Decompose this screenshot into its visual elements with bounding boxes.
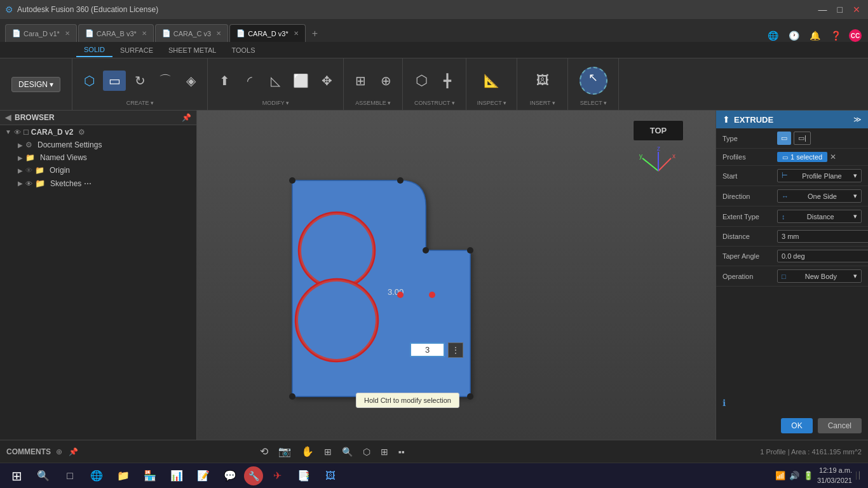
- info-icon[interactable]: ℹ: [722, 398, 726, 408]
- profiles-clear-btn[interactable]: ✕: [830, 152, 836, 161]
- tab-close[interactable]: ✕: [142, 30, 147, 37]
- clock-icon[interactable]: 🕐: [786, 29, 802, 42]
- maximize-btn[interactable]: □: [835, 4, 845, 15]
- comments-pin-btn[interactable]: 📌: [69, 447, 78, 456]
- modify-chamfer-btn[interactable]: ◺: [264, 71, 287, 91]
- tab-cara-d-v1[interactable]: 📄 Cara_D v1* ✕: [5, 24, 77, 42]
- cancel-button[interactable]: Cancel: [818, 418, 862, 433]
- orbit-icon[interactable]: ⟲: [257, 444, 271, 459]
- zoom-fit-icon[interactable]: ⊞: [322, 445, 334, 458]
- construct-group-label[interactable]: CONSTRUCT ▾: [414, 100, 455, 107]
- zoom-window-icon[interactable]: 🔍: [339, 445, 355, 458]
- inspect-measure-btn[interactable]: 📐: [480, 71, 503, 91]
- start-button[interactable]: ⊞: [4, 466, 29, 486]
- grid-icon[interactable]: ⊞: [378, 445, 391, 458]
- named-views-expand[interactable]: ▶: [18, 154, 23, 161]
- tab-cara-b-v3[interactable]: 📄 CARA_B v3* ✕: [78, 24, 154, 42]
- taskbar-battery-icon[interactable]: 🔋: [803, 471, 813, 480]
- photos-btn[interactable]: 🖼: [318, 466, 343, 486]
- start-dropdown[interactable]: ⊢ Profile Plane ▾: [777, 169, 862, 182]
- construct-axis-btn[interactable]: ╋: [436, 71, 459, 91]
- assemble-group-label[interactable]: ASSEMBLE ▾: [355, 100, 391, 107]
- browser-root-item[interactable]: ▼ 👁 □ CARA_D v2 ⚙: [0, 125, 196, 139]
- inspect-group-label[interactable]: INSPECT ▾: [477, 100, 506, 107]
- tab-add-btn[interactable]: +: [307, 25, 323, 42]
- tab-close[interactable]: ✕: [65, 30, 70, 37]
- create-new-component-btn[interactable]: ⬡: [78, 71, 100, 91]
- modify-shell-btn[interactable]: ⬜: [289, 71, 313, 91]
- insert-group-label[interactable]: INSERT ▾: [530, 100, 555, 107]
- taskbar-datetime[interactable]: 12:19 a.m. 31/03/2021: [817, 466, 852, 485]
- close-btn[interactable]: ✕: [850, 4, 863, 15]
- modify-move-btn[interactable]: ✥: [315, 71, 338, 91]
- distance-input[interactable]: [777, 230, 868, 243]
- construct-offset-plane-btn[interactable]: ⬡: [410, 70, 433, 92]
- doc-settings-expand[interactable]: ▶: [18, 142, 23, 149]
- camera-icon[interactable]: 📷: [276, 444, 294, 459]
- fusion-btn[interactable]: 🔧: [244, 466, 263, 485]
- assemble-joint-btn[interactable]: ⊞: [349, 71, 372, 91]
- modify-group-label[interactable]: MODIFY ▾: [262, 100, 289, 107]
- create-sweep-btn[interactable]: ⌒: [154, 69, 177, 92]
- extent-type-dropdown[interactable]: ↕ Distance ▾: [777, 210, 862, 223]
- origin-vis-icon[interactable]: 👁: [25, 166, 32, 174]
- modify-fillet-btn[interactable]: ◜: [238, 71, 261, 91]
- browser-sketches[interactable]: ▶ 👁 📁 Sketches ⋯: [0, 177, 196, 190]
- tab-close[interactable]: ✕: [216, 30, 221, 37]
- acrobat-btn[interactable]: 📑: [291, 466, 316, 486]
- viewport[interactable]: TOP x y z: [197, 111, 715, 440]
- extrude-panel-expand[interactable]: ≫: [853, 115, 862, 124]
- viewport-options-icon[interactable]: ▪▪: [396, 445, 407, 458]
- create-group-label[interactable]: CREATE ▾: [126, 100, 154, 107]
- tab-surface[interactable]: SURFACE: [112, 44, 161, 57]
- insert-image-btn[interactable]: 🖼: [531, 71, 554, 90]
- browser-doc-settings[interactable]: ▶ ⚙ Document Settings: [0, 139, 196, 151]
- sketches-expand[interactable]: ▶: [18, 180, 23, 187]
- select-group-label[interactable]: SELECT ▾: [580, 100, 607, 107]
- tab-cara-c-v3[interactable]: 📄 CARA_C v3 ✕: [155, 24, 228, 42]
- taper-angle-input[interactable]: [777, 250, 868, 262]
- excel-btn[interactable]: 📊: [164, 466, 189, 486]
- unknown-btn1[interactable]: ✈: [264, 466, 290, 486]
- taskbar-network-icon[interactable]: 📶: [775, 471, 785, 480]
- origin-expand[interactable]: ▶: [18, 167, 23, 174]
- taskbar-volume-icon[interactable]: 🔊: [789, 471, 799, 480]
- task-view-btn[interactable]: □: [57, 466, 83, 486]
- type-thin-extrude-btn[interactable]: ▭|: [794, 132, 811, 145]
- tab-cara-d-v3[interactable]: 📄 CARA_D v3* ✕: [229, 24, 306, 42]
- store-btn[interactable]: 🏪: [137, 466, 163, 486]
- display-settings-icon[interactable]: ⬡: [360, 445, 373, 458]
- distance-input-overlay[interactable]: 3: [410, 342, 445, 357]
- create-loft-btn[interactable]: ◈: [179, 71, 202, 91]
- ok-button[interactable]: OK: [781, 418, 812, 433]
- pan-icon[interactable]: ✋: [299, 444, 316, 459]
- browser-collapse-icon[interactable]: ◀: [5, 113, 11, 122]
- tab-close[interactable]: ✕: [294, 30, 299, 37]
- comments-expand-btn[interactable]: ⊕: [56, 447, 62, 456]
- create-revolve-btn[interactable]: ↻: [128, 71, 151, 91]
- assemble-motion-btn[interactable]: ⊕: [374, 71, 397, 91]
- select-btn[interactable]: ↖: [580, 67, 607, 95]
- search-taskbar-btn[interactable]: 🔍: [31, 466, 56, 486]
- word-btn[interactable]: 📝: [191, 466, 216, 486]
- sketches-vis-icon[interactable]: 👁: [25, 180, 32, 187]
- browser-origin[interactable]: ▶ 👁 📁 Origin: [0, 164, 196, 177]
- teams-btn[interactable]: 💬: [217, 466, 243, 486]
- edge-btn[interactable]: 🌐: [84, 466, 109, 486]
- global-icon[interactable]: 🌐: [765, 29, 781, 42]
- nav-cube[interactable]: TOP x y z: [633, 120, 684, 171]
- browser-pin-icon[interactable]: 📌: [182, 113, 191, 122]
- help-icon[interactable]: ❓: [828, 29, 844, 42]
- root-expand-arrow[interactable]: ▼: [5, 128, 11, 135]
- create-extrude-btn[interactable]: ▭: [103, 71, 126, 91]
- modify-press-pull-btn[interactable]: ⬆: [213, 71, 236, 91]
- explorer-btn[interactable]: 📁: [111, 466, 136, 486]
- minimize-btn[interactable]: —: [816, 4, 830, 15]
- tab-sheet-metal[interactable]: SHEET METAL: [161, 44, 224, 57]
- root-settings-icon[interactable]: ⚙: [78, 128, 85, 137]
- input-options-btn[interactable]: ⋮: [448, 342, 463, 358]
- tab-tools[interactable]: TOOLS: [224, 44, 262, 57]
- profiles-selected-badge[interactable]: ▭ 1 selected: [777, 152, 827, 162]
- direction-dropdown[interactable]: ↔ One Side ▾: [777, 189, 862, 203]
- bell-icon[interactable]: 🔔: [807, 29, 823, 42]
